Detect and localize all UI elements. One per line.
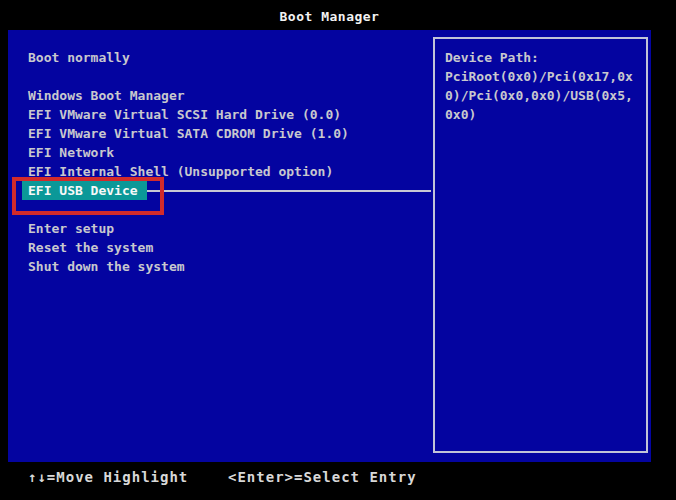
select-entry-hint: <Enter>=Select Entry xyxy=(228,467,417,487)
device-path-line-3: 0x0) xyxy=(445,105,640,124)
key-hints-bar: ↑↓=Move Highlight <Enter>=Select Entry xyxy=(0,467,676,487)
boot-menu-item-reset-system[interactable]: Reset the system xyxy=(28,238,349,257)
annotation-highlight-box xyxy=(12,177,164,215)
boot-menu-item-shut-down-system[interactable]: Shut down the system xyxy=(28,257,349,276)
boot-menu-item-efi-network[interactable]: EFI Network xyxy=(28,143,349,162)
move-highlight-hint: ↑↓=Move Highlight xyxy=(28,467,188,487)
boot-menu-item-windows-boot-manager[interactable]: Windows Boot Manager xyxy=(28,86,349,105)
device-path-line-2: 0)/Pci(0x0,0x0)/USB(0x5, xyxy=(445,86,640,105)
boot-menu-item-scsi-hard-drive[interactable]: EFI VMware Virtual SCSI Hard Drive (0.0) xyxy=(28,105,349,124)
boot-menu: Boot normally Windows Boot Manager EFI V… xyxy=(28,48,349,276)
boot-menu-item-boot-normally[interactable]: Boot normally xyxy=(28,48,349,67)
boot-menu-item-sata-cdrom-drive[interactable]: EFI VMware Virtual SATA CDROM Drive (1.0… xyxy=(28,124,349,143)
boot-menu-item-enter-setup[interactable]: Enter setup xyxy=(28,219,349,238)
screen-title: Boot Manager xyxy=(8,6,651,28)
boot-manager-screen: Boot Manager Boot normally Windows Boot … xyxy=(0,0,676,500)
device-path-heading: Device Path: xyxy=(445,48,640,67)
device-path-panel: Device Path: PciRoot(0x0)/Pci(0x17,0x 0)… xyxy=(433,37,648,453)
device-path-line-1: PciRoot(0x0)/Pci(0x17,0x xyxy=(445,67,640,86)
